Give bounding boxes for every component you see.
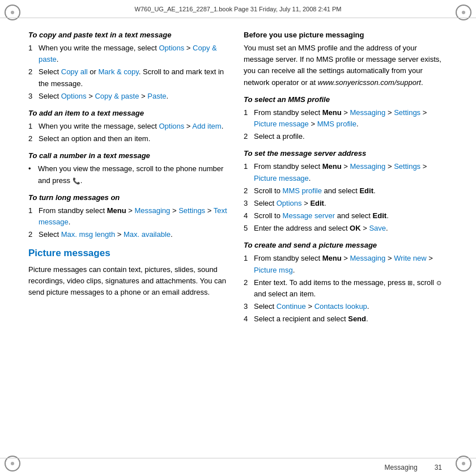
section-title: To call a number in a text message [28, 150, 232, 162]
normal-text: > [115, 230, 124, 239]
numbered-list: 1From standby select Menu > Messaging > … [244, 161, 448, 234]
list-item: 2Select Max. msg length > Max. available… [28, 229, 232, 240]
bold-text: Send [348, 314, 366, 323]
item-number: 1 [28, 121, 36, 132]
numbered-list: 1From standby select Menu > Messaging > … [244, 107, 448, 142]
item-text: Select an option and then an item. [39, 133, 150, 144]
inline-icon: 📞 [73, 177, 80, 184]
normal-text: > [139, 92, 147, 100]
normal-text: > [342, 108, 350, 117]
item-text: Select a profile. [254, 131, 305, 142]
list-item: 3Select Continue > Contacts lookup. [244, 301, 448, 312]
right-column: Before you use picture messagingYou must… [244, 29, 448, 452]
picture-messages-body: Picture messages can contain text, pictu… [28, 264, 232, 298]
normal-text: Scroll to [254, 186, 283, 195]
list-item: 1When you write the message, select Opti… [28, 42, 232, 65]
numbered-list: 1From standby select Menu > Messaging > … [28, 205, 232, 240]
normal-text: . [57, 55, 59, 63]
normal-text: Select [39, 230, 61, 239]
top-bar: W760_UG_AE_1216_2287_1.book Page 31 Frid… [0, 0, 476, 18]
picture-messages-heading: Picture messages [28, 246, 232, 261]
numbered-list: 1When you write the message, select Opti… [28, 42, 232, 102]
list-item: 1When you write the message, select Opti… [28, 121, 232, 132]
normal-text: From standby select [254, 162, 322, 171]
normal-text: > [420, 162, 427, 171]
top-bar-text: W760_UG_AE_1216_2287_1.book Page 31 Frid… [135, 6, 342, 12]
item-text: Enter the address and select OK > Save. [254, 223, 388, 234]
normal-text: > [385, 162, 394, 171]
item-number: 3 [28, 91, 36, 102]
normal-text: . [222, 122, 224, 130]
item-text: Select Max. msg length > Max. available. [39, 229, 173, 240]
item-number: 1 [244, 107, 252, 130]
link-text: Paste [147, 92, 166, 100]
link-text: MMS profile [283, 186, 322, 195]
item-text: Scroll to Message server and select Edit… [254, 210, 389, 222]
link-text: Messaging [350, 254, 385, 262]
normal-text: > [385, 108, 394, 117]
link-text: Picture message [254, 120, 309, 128]
normal-text: and select [322, 186, 360, 195]
left-column: To copy and paste text in a text message… [28, 29, 232, 452]
bottom-page: 31 [435, 464, 442, 471]
link-text: Add item [192, 122, 221, 130]
link-text: Settings [394, 162, 420, 171]
normal-text: . [80, 176, 83, 185]
link-text: Settings [178, 206, 205, 215]
list-item: 2Select an option and then an item. [28, 133, 232, 144]
item-number: 3 [244, 301, 252, 312]
bold-text: Menu [322, 162, 342, 171]
normal-text: . [356, 120, 359, 128]
normal-text: . [324, 199, 326, 207]
list-item: 2Select Copy all or Mark & copy. Scroll … [28, 66, 232, 89]
item-number: 2 [244, 185, 252, 197]
section: To add an item to a text message1When yo… [28, 108, 232, 144]
normal-text: Select [254, 199, 277, 207]
link-text: Messaging [350, 108, 385, 117]
section-title: To create and send a picture message [244, 240, 448, 251]
item-text: Select a recipient and select Send. [254, 313, 368, 325]
normal-text: > [184, 122, 192, 130]
normal-text: . [69, 218, 71, 226]
list-item: 1From standby select Menu > Messaging > … [244, 107, 448, 130]
section: To set the message server address1From s… [244, 148, 448, 234]
normal-text: Select a profile. [254, 132, 305, 141]
normal-text: . [309, 174, 311, 182]
normal-text: > [302, 199, 311, 207]
list-item: •When you view the message, scroll to th… [28, 163, 232, 186]
section: To copy and paste text in a text message… [28, 29, 232, 102]
link-text: MMS profile [317, 120, 356, 128]
bold-text: Menu [322, 254, 342, 262]
normal-text: > [309, 120, 317, 128]
item-number: 5 [244, 223, 252, 234]
link-text: Options [61, 92, 87, 100]
section-title: To add an item to a text message [28, 108, 232, 119]
normal-text: or [88, 67, 99, 76]
item-text: Select Copy all or Mark & copy. Scroll t… [39, 66, 232, 89]
normal-text: When you view the message, scroll to the… [38, 164, 223, 184]
normal-text: Select [39, 92, 61, 100]
list-item: 2Enter text. To add items to the message… [244, 277, 448, 300]
item-number: 1 [28, 42, 36, 65]
link-text: Write new [394, 254, 427, 262]
bold-text: Menu [107, 206, 126, 215]
normal-text: From standby select [39, 206, 107, 215]
list-item: 4Scroll to Message server and select Edi… [244, 210, 448, 222]
link-text: Max. available [124, 230, 171, 239]
section: To turn long messages on1From standby se… [28, 192, 232, 241]
normal-text: > [361, 224, 369, 232]
normal-text: > [427, 254, 433, 262]
link-text: Copy all [61, 67, 88, 76]
item-text: From standby select Menu > Messaging > W… [254, 253, 448, 275]
bottom-bar: Messaging 31 [0, 458, 476, 476]
bottom-section: Messaging [385, 464, 418, 471]
link-text: Max. msg length [61, 230, 115, 239]
link-text: Picture msg [254, 266, 293, 274]
normal-text: . [171, 230, 173, 239]
link-text: Save [369, 224, 386, 232]
section: To select an MMS profile1From standby se… [244, 94, 448, 143]
normal-text: > [126, 206, 135, 215]
intro-body: You must set an MMS profile and the addr… [244, 42, 448, 88]
bold-text: Edit [310, 199, 324, 207]
link-text: Contacts lookup [314, 302, 367, 311]
